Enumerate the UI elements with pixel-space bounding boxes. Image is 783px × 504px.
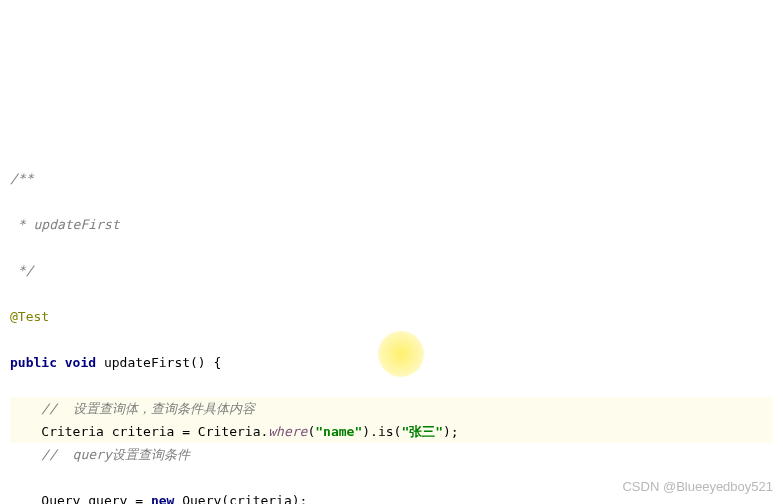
javadoc-close: */ [10,263,33,278]
query-decl: Query query = [41,493,151,504]
test-annotation: @Test [10,309,49,324]
criteria-decl: Criteria criteria = Criteria. [41,424,268,439]
javadoc-open: /** [10,171,33,186]
keyword-public: public [10,355,57,370]
is-call: .is( [370,424,401,439]
method-name: updateFirst [104,355,190,370]
string-name: "name" [315,424,362,439]
close-paren: ); [443,424,459,439]
keyword-void: void [65,355,96,370]
where-call: where [268,424,307,439]
query-ctor: Query(criteria); [174,493,307,504]
comment-query: // query设置查询条件 [41,447,189,462]
code-editor[interactable]: /** * updateFirst */ @Test public void u… [10,144,773,504]
string-zhangsan: "张三" [401,424,443,439]
method-sig: () { [190,355,221,370]
keyword-new-1: new [151,493,174,504]
javadoc-body: * updateFirst [10,217,120,232]
comment-set-query: // 设置查询体，查询条件具体内容 [41,401,254,416]
